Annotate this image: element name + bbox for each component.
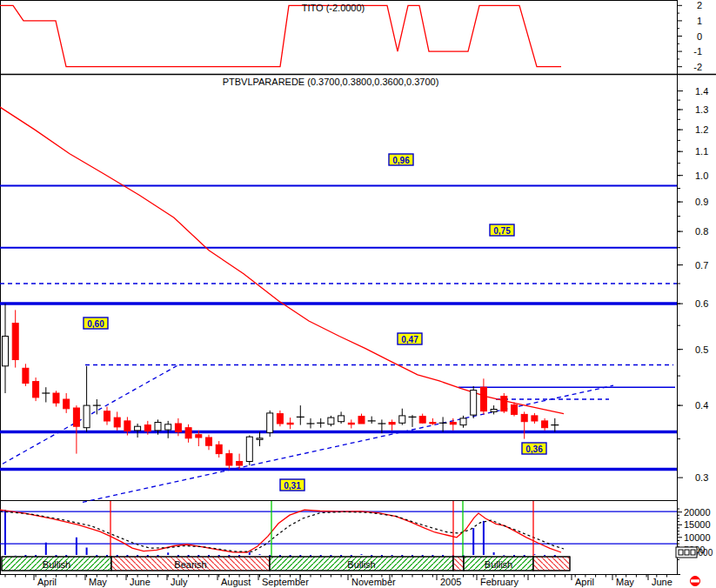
ribbon-label: Bullish — [485, 559, 512, 570]
candle-body — [124, 421, 130, 431]
month-label: June — [652, 577, 673, 587]
candle-body — [104, 411, 110, 421]
candle-body — [450, 423, 456, 424]
volume-axis-label: 15000 — [684, 519, 711, 530]
chart-canvas[interactable]: 210-1-20,960,750,600,470,360,311.41.31.2… — [0, 0, 716, 588]
candle-body — [3, 337, 9, 366]
candle-body — [267, 413, 273, 432]
charting-app-window: 210-1-20,960,750,600,470,360,311.41.31.2… — [0, 0, 716, 588]
candle-body — [358, 417, 365, 424]
candle-body — [53, 393, 59, 403]
price-axis-label: 1.2 — [695, 124, 708, 135]
candle-body — [532, 416, 538, 421]
price-axis-label: 1.0 — [695, 170, 708, 181]
month-label: April — [575, 577, 594, 587]
candle-body — [521, 414, 527, 421]
ribbon-segment-hatch — [533, 557, 570, 571]
indicator-panel-title: TITO (-2.0000) — [302, 3, 365, 13]
candle-body — [471, 391, 477, 416]
price-axis-label: 0.7 — [695, 260, 708, 271]
month-label: July — [171, 577, 188, 587]
candle-body — [501, 397, 507, 411]
month-label: February — [480, 577, 519, 587]
mini-toolbar-button[interactable] — [679, 550, 683, 555]
moving-average-line — [0, 107, 564, 414]
candle-body — [84, 405, 90, 428]
candle-body — [287, 423, 293, 424]
volume-fast-line — [0, 510, 561, 552]
price-annotation-label: 0,60 — [87, 319, 104, 329]
candle-body — [430, 423, 436, 424]
price-axis-label: 0.9 — [695, 197, 708, 207]
month-label: June — [130, 577, 151, 587]
ribbon-label: Bullish — [347, 559, 375, 570]
candle-body — [135, 426, 141, 431]
price-axis-label: 0.5 — [695, 344, 708, 355]
candle-body — [155, 423, 161, 431]
candle-body — [114, 418, 120, 427]
candle-body — [64, 399, 70, 409]
price-axis-label: 1.1 — [695, 146, 708, 157]
price-annotation-label: 0,36 — [525, 444, 543, 454]
candle-body — [542, 421, 548, 428]
month-label: September — [262, 577, 309, 587]
indicator-line — [0, 5, 561, 66]
tito-axis-label: 0 — [697, 31, 702, 42]
candle-body — [206, 438, 212, 445]
mini-toolbar-button[interactable] — [691, 550, 695, 555]
tito-axis-label: 2 — [697, 0, 702, 10]
tito-axis-label: -1 — [693, 46, 702, 57]
candle-body — [237, 462, 243, 466]
candle-body — [389, 423, 395, 424]
candle-body — [277, 414, 283, 424]
candle-body — [196, 435, 202, 438]
candle-body — [460, 418, 466, 425]
candle-body — [348, 423, 354, 424]
candle-body — [12, 324, 18, 360]
candle-body — [246, 437, 252, 461]
candle-body — [399, 416, 405, 423]
candle-body — [338, 416, 345, 422]
price-axis-label: 1.4 — [695, 86, 708, 97]
brand-mark-icon — [691, 579, 699, 582]
ribbon-label: Bearish — [174, 559, 206, 570]
price-axis-label: 0.8 — [695, 226, 708, 237]
price-annotation-label: 0,96 — [392, 156, 410, 165]
price-annotation-label: 0,31 — [284, 481, 301, 491]
candle-body — [419, 417, 425, 424]
month-label: 2005 — [440, 577, 461, 587]
price-axis-label: 0.3 — [695, 472, 708, 483]
candle-body — [480, 387, 486, 411]
candle-body — [165, 424, 171, 430]
month-label: April — [37, 577, 57, 587]
ribbon-segment-hatch — [453, 557, 464, 571]
mini-toolbar-button[interactable] — [685, 550, 689, 555]
price-axis-label: 0.6 — [695, 298, 708, 309]
month-label: November — [351, 577, 396, 587]
candle-body — [144, 425, 151, 431]
month-label: August — [221, 577, 251, 587]
candle-body — [33, 382, 39, 398]
price-annotation-label: 0,75 — [493, 226, 511, 236]
candle-body — [328, 418, 334, 424]
price-axis-label: 0.4 — [695, 400, 708, 411]
candle-body — [216, 444, 222, 453]
month-label: May — [89, 577, 107, 587]
candle-body — [185, 428, 191, 438]
tito-axis-label: -2 — [693, 62, 702, 72]
price-panel-title: PTBVLPARAREDE (0.3700,0.3800,0.3600,0.37… — [223, 77, 439, 87]
price-axis-label: 1.3 — [695, 104, 708, 115]
candle-body — [257, 438, 263, 440]
candle-body — [491, 410, 497, 412]
volume-axis-label: 20000 — [684, 507, 711, 518]
candle-body — [175, 424, 181, 432]
volume-axis-label: 10000 — [684, 532, 711, 543]
ribbon-label: Bullish — [43, 559, 70, 570]
candle-body — [226, 454, 232, 465]
candle-body — [512, 404, 518, 414]
month-label: May — [616, 577, 634, 587]
tito-axis-label: 1 — [697, 16, 702, 26]
volume-slow-line — [0, 511, 564, 551]
candle-body — [73, 408, 79, 426]
price-annotation-label: 0,47 — [401, 335, 418, 344]
